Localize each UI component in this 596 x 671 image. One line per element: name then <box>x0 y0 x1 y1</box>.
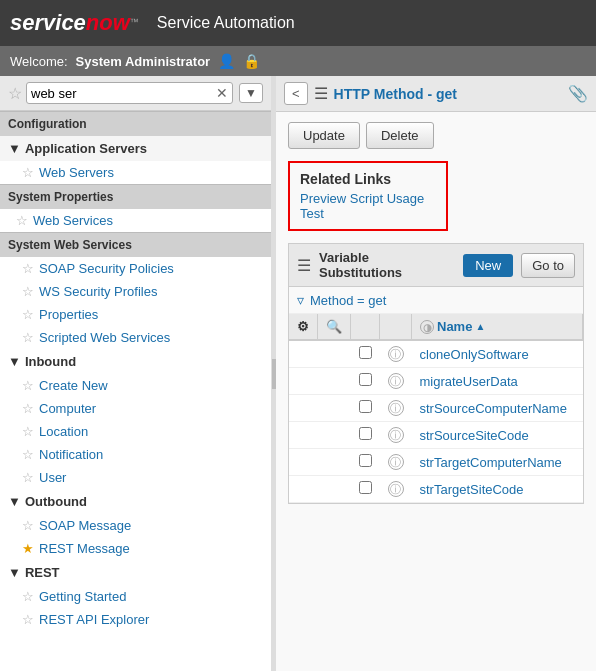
star-icon[interactable]: ☆ <box>22 401 34 416</box>
sort-arrow-icon[interactable]: ▲ <box>475 321 485 332</box>
filter-icon[interactable]: ▿ <box>297 292 304 308</box>
star-icon[interactable]: ☆ <box>22 447 34 462</box>
name-link[interactable]: strTargetComputerName <box>420 455 562 470</box>
sidebar-item-computer[interactable]: ☆ Computer <box>0 397 271 420</box>
checkbox-cell <box>351 395 380 422</box>
lock-icon[interactable]: 🔒 <box>243 53 260 69</box>
related-link-preview[interactable]: Preview Script Usage <box>300 191 436 206</box>
name-link[interactable]: migrateUserData <box>420 374 518 389</box>
star-icon[interactable]: ☆ <box>22 284 34 299</box>
hamburger-icon[interactable]: ☰ <box>297 256 311 275</box>
star-icon-filled[interactable]: ★ <box>22 541 34 556</box>
sidebar-item-rest-message[interactable]: ★ REST Message <box>0 537 271 560</box>
info-icon[interactable]: ⓘ <box>388 346 404 362</box>
web-servers-label: Web Servers <box>39 165 114 180</box>
info-cell: ⓘ <box>380 449 412 476</box>
content-title: HTTP Method - get <box>334 86 562 102</box>
app-header: servicenow™ Service Automation <box>0 0 596 46</box>
row-checkbox[interactable] <box>359 427 372 440</box>
sidebar-group-inbound[interactable]: ▼ Inbound <box>0 349 271 374</box>
sidebar-item-user[interactable]: ☆ User <box>0 466 271 489</box>
star-icon[interactable]: ☆ <box>22 518 34 533</box>
welcome-user: System Administrator <box>76 54 211 69</box>
row-checkbox[interactable] <box>359 454 372 467</box>
star-icon[interactable]: ☆ <box>22 307 34 322</box>
sidebar-item-soap-security[interactable]: ☆ SOAP Security Policies <box>0 257 271 280</box>
name-link[interactable]: cloneOnlySoftware <box>420 347 529 362</box>
sidebar-item-application-servers[interactable]: ▼ Application Servers <box>0 136 271 161</box>
star-icon[interactable]: ☆ <box>16 213 28 228</box>
checkbox-cell <box>351 340 380 368</box>
sidebar-item-getting-started[interactable]: ☆ Getting Started <box>0 585 271 608</box>
info-icon[interactable]: ⓘ <box>388 400 404 416</box>
star-icon[interactable]: ☆ <box>22 330 34 345</box>
sidebar-item-web-servers[interactable]: ☆ Web Servers <box>0 161 271 184</box>
search-dropdown[interactable]: ▼ <box>239 83 263 103</box>
logo-tm: ™ <box>130 17 139 27</box>
hamburger-icon[interactable]: ☰ <box>314 84 328 103</box>
info-cell: ⓘ <box>380 476 412 503</box>
sidebar-item-web-services[interactable]: ☆ Web Services <box>0 209 271 232</box>
row-checkbox[interactable] <box>359 373 372 386</box>
attach-icon[interactable]: 📎 <box>568 84 588 103</box>
sidebar-group-rest[interactable]: ▼ REST <box>0 560 271 585</box>
related-link-test[interactable]: Test <box>300 206 436 221</box>
name-col-circle[interactable]: ◑ <box>420 320 434 334</box>
sidebar-item-location[interactable]: ☆ Location <box>0 420 271 443</box>
user-icon[interactable]: 👤 <box>218 53 235 69</box>
sidebar-item-create-new[interactable]: ☆ Create New <box>0 374 271 397</box>
sidebar-item-rest-api-explorer[interactable]: ☆ REST API Explorer <box>0 608 271 631</box>
new-button[interactable]: New <box>463 254 513 277</box>
update-button[interactable]: Update <box>288 122 360 149</box>
table-header-row: ⚙ 🔍 ◑ Name ▲ <box>289 314 583 340</box>
info-icon[interactable]: ⓘ <box>388 481 404 497</box>
search-input[interactable] <box>31 86 216 101</box>
name-link[interactable]: strTargetSiteCode <box>420 482 524 497</box>
name-column-header[interactable]: ◑ Name ▲ <box>412 314 583 340</box>
row-checkbox[interactable] <box>359 346 372 359</box>
name-link[interactable]: strSourceComputerName <box>420 401 567 416</box>
sidebar-item-properties[interactable]: ☆ Properties <box>0 303 271 326</box>
sidebar-resizer[interactable] <box>272 76 276 671</box>
row-checkbox[interactable] <box>359 481 372 494</box>
content-area: < ☰ HTTP Method - get 📎 Update Delete Re… <box>276 76 596 671</box>
table-body: ⓘ cloneOnlySoftware ⓘ migrateUserData ⓘ … <box>289 340 583 503</box>
arrow-icon: ▼ <box>8 565 21 580</box>
star-icon[interactable]: ☆ <box>22 424 34 439</box>
back-button[interactable]: < <box>284 82 308 105</box>
content-toolbar: < ☰ HTTP Method - get 📎 <box>276 76 596 112</box>
arrow-icon: ▼ <box>8 354 21 369</box>
notification-label: Notification <box>39 447 103 462</box>
gear-column-header[interactable]: ⚙ <box>289 314 318 340</box>
star-icon[interactable]: ☆ <box>22 378 34 393</box>
star-icon[interactable]: ☆ <box>22 165 34 180</box>
delete-button[interactable]: Delete <box>366 122 434 149</box>
section-system-web-services: System Web Services <box>0 232 271 257</box>
search-clear-icon[interactable]: ✕ <box>216 85 228 101</box>
info-icon[interactable]: ⓘ <box>388 454 404 470</box>
star-icon[interactable]: ☆ <box>22 589 34 604</box>
info-icon[interactable]: ⓘ <box>388 373 404 389</box>
row-checkbox[interactable] <box>359 400 372 413</box>
name-cell: cloneOnlySoftware <box>412 340 583 368</box>
info-icon[interactable]: ⓘ <box>388 427 404 443</box>
favorites-star-icon[interactable]: ☆ <box>8 84 22 103</box>
search-column-header[interactable]: 🔍 <box>318 314 351 340</box>
sidebar-item-notification[interactable]: ☆ Notification <box>0 443 271 466</box>
star-icon[interactable]: ☆ <box>22 470 34 485</box>
sidebar-group-outbound[interactable]: ▼ Outbound <box>0 489 271 514</box>
filter-text: Method = get <box>310 293 386 308</box>
name-cell: strSourceComputerName <box>412 395 583 422</box>
sidebar-item-soap-message[interactable]: ☆ SOAP Message <box>0 514 271 537</box>
arrow-icon: ▼ <box>8 141 21 156</box>
section-system-properties: System Properties <box>0 184 271 209</box>
star-icon[interactable]: ☆ <box>22 612 34 627</box>
goto-button[interactable]: Go to <box>521 253 575 278</box>
location-label: Location <box>39 424 88 439</box>
table-row: ⓘ migrateUserData <box>289 368 583 395</box>
name-link[interactable]: strSourceSiteCode <box>420 428 529 443</box>
sidebar-item-ws-security[interactable]: ☆ WS Security Profiles <box>0 280 271 303</box>
star-icon[interactable]: ☆ <box>22 261 34 276</box>
sidebar-item-scripted-web-services[interactable]: ☆ Scripted Web Services <box>0 326 271 349</box>
scripted-web-services-label: Scripted Web Services <box>39 330 170 345</box>
